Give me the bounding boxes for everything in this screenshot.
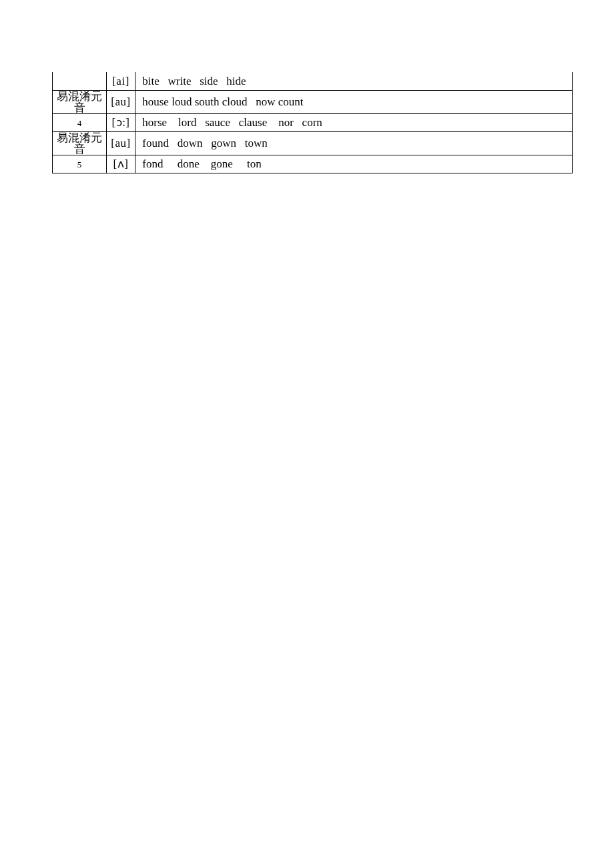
words-cell: bite write side hide — [135, 72, 573, 90]
ipa-cell: [ai] — [107, 72, 135, 90]
group-num-text: 5 — [77, 159, 82, 169]
group-label-cell: 易混淆元音 — [53, 131, 107, 155]
ipa-cell: [au] — [107, 131, 135, 155]
group-num-text: 4 — [77, 118, 82, 128]
group-label-cell: 4 — [53, 113, 107, 131]
group-label-cell — [53, 72, 107, 90]
ipa-cell: [ɔ:] — [107, 113, 135, 131]
group-label-cell: 5 — [53, 155, 107, 173]
words-cell: found down gown town — [135, 131, 573, 155]
group-label-cell: 易混淆元音 — [53, 90, 107, 113]
ipa-cell: [ʌ] — [107, 155, 135, 173]
table-row: 5 [ʌ] fond done gone ton — [53, 155, 573, 173]
document-page: [ai] bite write side hide 易混淆元音 [au] hou… — [0, 0, 614, 173]
vowel-table: [ai] bite write side hide 易混淆元音 [au] hou… — [52, 72, 573, 173]
table-row: 易混淆元音 [au] found down gown town — [53, 131, 573, 155]
words-cell: fond done gone ton — [135, 155, 573, 173]
group-label-text: 易混淆元音 — [57, 131, 102, 155]
words-cell: house loud south cloud now count — [135, 90, 573, 113]
words-cell: horse lord sauce clause nor corn — [135, 113, 573, 131]
table-row: [ai] bite write side hide — [53, 72, 573, 90]
table-row: 易混淆元音 [au] house loud south cloud now co… — [53, 90, 573, 113]
table-row: 4 [ɔ:] horse lord sauce clause nor corn — [53, 113, 573, 131]
ipa-cell: [au] — [107, 90, 135, 113]
group-label-text: 易混淆元音 — [57, 90, 102, 114]
